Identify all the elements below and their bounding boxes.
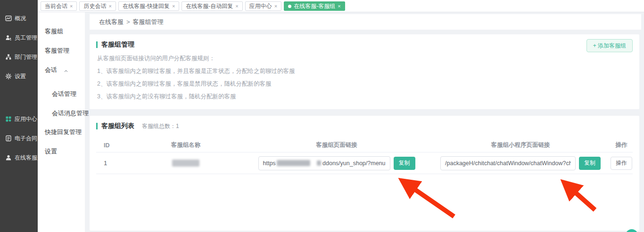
cell-mini-link: 复制	[431, 156, 610, 170]
sidebar-item-label: 设置	[15, 72, 26, 80]
breadcrumb: 在线客服 > 客服组管理	[90, 14, 641, 30]
tab-label: 在线客服-自动回复	[186, 2, 233, 10]
table-header-row: ID 客服组名称 客服组页面链接 客服组小程序页面链接 操作	[96, 138, 633, 152]
sidebar-item-quick-reply-manage[interactable]: 快捷回复管理	[38, 127, 85, 137]
tab-label: 在线客服-客服组	[294, 2, 335, 10]
blurred-group-name	[172, 160, 199, 167]
tab-label: 应用中心	[249, 2, 272, 10]
section-title: 客服组列表	[101, 122, 134, 130]
sub-item-label: 设置	[45, 147, 57, 156]
tab-service-group-active[interactable]: 在线客服-客服组 ×	[284, 1, 345, 11]
sidebar-item-contract[interactable]: 电子合同	[0, 133, 38, 144]
copy-mini-link-button[interactable]: 复制	[579, 157, 601, 170]
sidebar-item-online-service[interactable]: 在线客服	[0, 152, 38, 163]
sidebar-item-label: 员工管理	[15, 34, 37, 42]
close-icon[interactable]: ×	[172, 4, 175, 9]
sidebar-item-overview[interactable]: 概况	[0, 13, 38, 24]
link-text-prefix: https	[263, 160, 276, 167]
sidebar-item-department[interactable]: 部门管理	[0, 51, 38, 63]
active-dot-icon	[288, 5, 291, 8]
service-group-list-card: 客服组列表 客服组总数：1 ID 客服组名称 客服组页面链接 客服组小程序页面链…	[90, 116, 639, 231]
department-tree-icon	[5, 54, 12, 60]
tab-label: 在线客服-快捷回复	[123, 2, 170, 10]
sub-item-label: 会话管理	[52, 90, 76, 98]
sidebar-item-label: 电子合同	[15, 135, 37, 143]
sub-item-label: 会话消息管理	[52, 109, 89, 118]
service-group-manage-card: 客服组管理 + 添加客服组 从客服组页面链接访问的用户分配客服规则： 1、该客服…	[90, 34, 639, 109]
sidebar-item-label: 部门管理	[15, 53, 37, 61]
gear-icon	[5, 73, 12, 80]
blurred-domain	[277, 160, 311, 166]
page-link-field[interactable]: https ddons/yun_shop/?menu	[258, 156, 390, 170]
section-accent-bar	[96, 41, 98, 48]
table-row: 1 https ddons/yun_shop/?menu 复制 复制 操作	[96, 152, 633, 174]
cell-group-name	[129, 160, 242, 167]
tab-app-center[interactable]: 应用中心 ×	[245, 1, 281, 11]
sub-item-label: 会话	[45, 66, 57, 74]
cell-page-link: https ddons/yun_shop/?menu 复制	[242, 156, 431, 170]
main-sidebar: 概况 员工管理 部门管理 设置 应用中心 电子合同 在线客服	[0, 0, 38, 232]
copy-page-link-button[interactable]: 复制	[394, 157, 415, 170]
header-id: ID	[96, 142, 129, 149]
tab-label: 历史会话	[83, 2, 106, 10]
overview-chart-icon	[5, 15, 12, 22]
group-total-count: 客服组总数：1	[142, 122, 179, 130]
sidebar-item-settings[interactable]: 设置	[0, 71, 38, 82]
breadcrumb-root[interactable]: 在线客服	[99, 18, 124, 26]
sidebar-item-service-group[interactable]: 客服组	[38, 26, 85, 37]
close-icon[interactable]: ×	[108, 4, 111, 9]
contract-doc-icon	[5, 135, 12, 142]
sidebar-item-settings[interactable]: 设置	[38, 146, 85, 157]
mini-link-field[interactable]	[440, 156, 576, 170]
service-group-table: ID 客服组名称 客服组页面链接 客服组小程序页面链接 操作 1 https d…	[96, 138, 633, 174]
sidebar-item-service-manage[interactable]: 客服管理	[38, 46, 85, 56]
sidebar-item-session[interactable]: 会话	[38, 65, 85, 75]
rule-2: 2、该客服组内之前聊过客服，客服是禁用状态，随机分配新的客服	[97, 80, 271, 88]
sidebar-item-staff[interactable]: 员工管理	[0, 32, 38, 43]
header-page-link: 客服组页面链接	[242, 141, 431, 149]
staff-users-icon	[5, 34, 12, 41]
breadcrumb-current: 客服组管理	[133, 18, 164, 26]
rule-1: 1、该客服组内之前聊过客服，并且客服是正常状态，分配给之前聊过的客服	[97, 67, 295, 75]
header-group-name: 客服组名称	[129, 141, 242, 149]
sub-item-label: 客服管理	[45, 47, 69, 55]
header-action: 操作	[610, 141, 633, 149]
tab-quick-reply[interactable]: 在线客服-快捷回复 ×	[118, 1, 179, 11]
section-title: 客服组管理	[101, 40, 134, 49]
close-icon[interactable]: ×	[70, 4, 73, 9]
cell-action: 操作	[610, 157, 633, 170]
rule-3: 3、该客服组内之前没有聊过客服，随机分配新的客服	[97, 93, 236, 101]
service-person-icon	[5, 154, 12, 161]
tab-auto-reply[interactable]: 在线客服-自动回复 ×	[182, 1, 242, 11]
section-accent-bar	[96, 123, 98, 129]
tab-history-session[interactable]: 历史会话 ×	[79, 1, 116, 11]
sidebar-item-session-message-manage[interactable]: 会话消息管理	[38, 108, 85, 119]
close-icon[interactable]: ×	[338, 4, 340, 9]
chevron-up-icon	[64, 68, 68, 72]
sidebar-item-label: 应用中心	[15, 115, 37, 123]
add-service-group-button[interactable]: + 添加客服组	[586, 39, 633, 52]
module-sidebar: 客服组 客服管理 会话 会话管理 会话消息管理 快捷回复管理 设置	[38, 12, 85, 232]
tab-label: 当前会话	[45, 2, 67, 10]
close-icon[interactable]: ×	[274, 4, 277, 9]
tab-current-session[interactable]: 当前会话 ×	[41, 1, 77, 11]
sidebar-item-label: 概况	[15, 15, 26, 23]
rules-intro: 从客服组页面链接访问的用户分配客服规则：	[97, 55, 215, 63]
sidebar-item-session-manage[interactable]: 会话管理	[38, 89, 85, 99]
header-mini-link: 客服组小程序页面链接	[431, 141, 610, 149]
sidebar-item-app-center[interactable]: 应用中心	[0, 113, 38, 125]
app-grid-icon	[5, 116, 12, 122]
sub-item-label: 快捷回复管理	[45, 128, 82, 136]
sidebar-item-label: 在线客服	[15, 154, 37, 162]
sub-item-label: 客服组	[45, 27, 63, 36]
link-text-suffix: ddons/yun_shop/?menu	[322, 160, 385, 167]
cell-id: 1	[96, 160, 129, 167]
close-icon[interactable]: ×	[235, 4, 238, 9]
open-tabs-bar: 当前会话 × 历史会话 × 在线客服-快捷回复 × 在线客服-自动回复 × 应用…	[38, 0, 644, 12]
blurred-fragment	[317, 160, 321, 166]
row-action-button[interactable]: 操作	[611, 157, 632, 170]
breadcrumb-separator: >	[126, 18, 130, 25]
